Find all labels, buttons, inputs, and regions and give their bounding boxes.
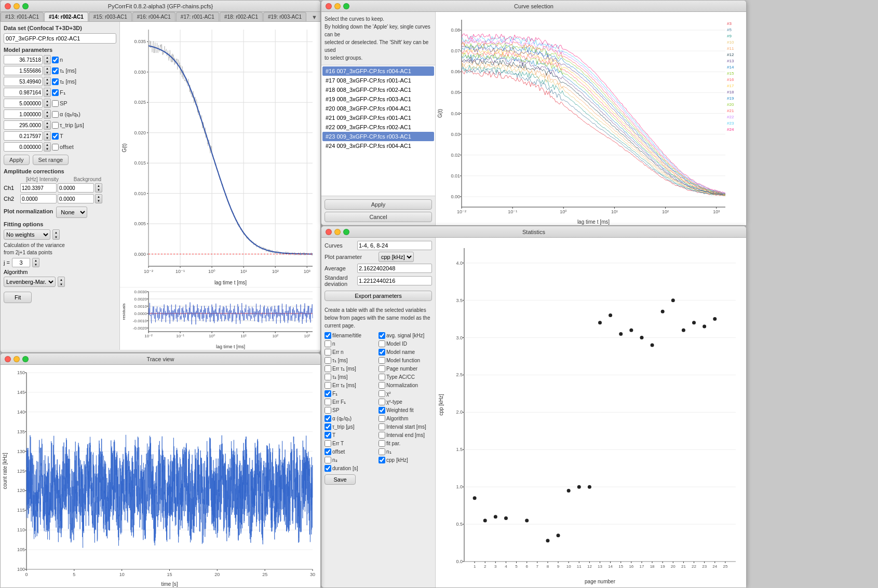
param-offset-input[interactable] — [4, 142, 43, 152]
trace-maximize-button[interactable] — [22, 356, 29, 362]
cb-chi2-check[interactable] — [379, 390, 385, 397]
j-input[interactable] — [12, 258, 30, 267]
curve-close-button[interactable] — [326, 3, 332, 9]
trace-close-button[interactable] — [5, 356, 11, 362]
param-offset-checkbox[interactable] — [52, 144, 59, 151]
minimize-button[interactable] — [13, 3, 20, 9]
cb-offset-check[interactable] — [325, 448, 331, 455]
cb-pagenum-check[interactable] — [379, 365, 385, 372]
stats-std-input[interactable] — [357, 276, 432, 285]
stats-minimize-button[interactable] — [334, 229, 341, 235]
tab-19[interactable]: #19: r003-AC1 — [263, 12, 306, 21]
param-f1-checkbox[interactable] — [52, 89, 59, 96]
tab-13[interactable]: #13: r001-AC1 — [1, 12, 44, 21]
param-tau2-spinner[interactable]: ▲ ▼ — [44, 77, 51, 86]
cb-norm-check[interactable] — [379, 382, 385, 389]
cb-sp-check[interactable] — [325, 407, 331, 414]
fit-button[interactable]: Fit — [4, 292, 32, 303]
export-button[interactable]: Export parameters — [325, 291, 432, 301]
cb-modelname-check[interactable] — [379, 349, 385, 355]
curve-item-22[interactable]: #22 009_3xGFP-CP.fcs r002-AC1 — [322, 122, 434, 132]
cb-errtau2-check[interactable] — [325, 382, 331, 389]
param-T-checkbox[interactable] — [52, 133, 59, 140]
cb-algo-check[interactable] — [379, 415, 385, 422]
param-ttrip-input[interactable] — [4, 120, 43, 130]
cb-intstart-check[interactable] — [379, 423, 385, 430]
cb-n-check[interactable] — [325, 340, 331, 347]
param-T-spinner[interactable]: ▲ ▼ — [44, 131, 51, 141]
cb-typeaccc-check[interactable] — [379, 374, 385, 380]
trace-minimize-button[interactable] — [13, 356, 20, 362]
ch2-bg-input[interactable] — [58, 194, 94, 203]
cb-errT-check[interactable] — [325, 440, 331, 447]
curve-item-16[interactable]: #16 007_3xGFP-CP.fcs r004-AC1 — [322, 66, 434, 76]
ch1-bg-input[interactable] — [58, 183, 94, 193]
curve-item-17[interactable]: #17 008_3xGFP-CP.fcs r001-AC1 — [322, 76, 434, 85]
tab-scroll-arrow[interactable]: ▼ — [308, 13, 320, 21]
param-tau1-spinner[interactable]: ▲ ▼ — [44, 66, 51, 75]
curve-item-20[interactable]: #20 008_3xGFP-CP.fcs r004-AC1 — [322, 104, 434, 113]
curve-item-18[interactable]: #18 008_3xGFP-CP.fcs r002-AC1 — [322, 85, 434, 94]
cb-fitpar-check[interactable] — [379, 440, 385, 447]
param-offset-spinner[interactable]: ▲ ▼ — [44, 142, 51, 152]
param-f1-input[interactable] — [4, 88, 43, 97]
close-button[interactable] — [5, 3, 11, 9]
algo-select[interactable]: Levenberg-Mar... — [4, 277, 56, 287]
cb-tau2-check[interactable] — [325, 374, 331, 380]
param-n-spinner[interactable]: ▲ ▼ — [44, 55, 51, 64]
param-sp-spinner[interactable]: ▲ ▼ — [44, 99, 51, 108]
maximize-button[interactable] — [22, 3, 29, 9]
curve-item-19[interactable]: #19 008_3xGFP-CP.fcs r003-AC1 — [322, 94, 434, 104]
ch2-intensity-input[interactable] — [20, 194, 57, 203]
cb-tau1-check[interactable] — [325, 357, 331, 364]
ch1-intensity-input[interactable] — [20, 183, 57, 193]
cb-avgsignal-check[interactable] — [379, 332, 385, 339]
cb-chi2type-check[interactable] — [379, 399, 385, 405]
param-tau1-input[interactable] — [4, 66, 43, 75]
curve-item-23[interactable]: #23 009_3xGFP-CP.fcs r003-AC1 — [322, 132, 434, 141]
param-n-input[interactable] — [4, 55, 43, 64]
param-alpha-checkbox[interactable] — [52, 111, 59, 118]
param-alpha-input[interactable] — [4, 110, 43, 119]
curve-cancel-button[interactable]: Cancel — [325, 212, 432, 222]
normalization-select[interactable]: None — [56, 207, 87, 218]
stats-curves-input[interactable] — [357, 241, 432, 250]
tab-14[interactable]: #14: r002-AC1 — [44, 12, 88, 21]
cb-errn-check[interactable] — [325, 349, 331, 355]
apply-button[interactable]: Apply — [4, 155, 30, 165]
param-f1-spinner[interactable]: ▲ ▼ — [44, 88, 51, 97]
param-T-input[interactable] — [4, 131, 43, 141]
weights-select[interactable]: No weights — [4, 229, 50, 240]
param-n-checkbox[interactable] — [52, 57, 59, 63]
j-spinner[interactable]: ▲ ▼ — [32, 258, 39, 267]
tab-17[interactable]: #17: r001-AC1 — [176, 12, 219, 21]
cb-alpha-check[interactable] — [325, 415, 331, 422]
save-button[interactable]: Save — [325, 474, 356, 485]
tab-15[interactable]: #15: r003-AC1 — [89, 12, 132, 21]
param-sp-checkbox[interactable] — [52, 100, 59, 107]
cb-cpp-check[interactable] — [379, 457, 385, 463]
stats-average-input[interactable] — [357, 264, 432, 273]
curve-list[interactable]: #16 007_3xGFP-CP.fcs r004-AC1 #17 008_3x… — [321, 65, 435, 196]
weights-spinner[interactable]: ▲ ▼ — [52, 229, 60, 240]
param-tau2-checkbox[interactable] — [52, 78, 59, 85]
curve-item-24[interactable]: #24 009_3xGFP-CP.fcs r004-AC1 — [322, 141, 434, 151]
stats-plot-param-select[interactable]: cpp [kHz] — [379, 252, 414, 262]
tab-16[interactable]: #16: r004-AC1 — [132, 12, 175, 21]
cb-duration-check[interactable] — [325, 465, 331, 472]
param-ttrip-checkbox[interactable] — [52, 122, 59, 129]
cb-modelfunc-check[interactable] — [379, 357, 385, 364]
cb-intend-check[interactable] — [379, 432, 385, 439]
cb-f1-check[interactable] — [325, 390, 331, 397]
tab-18[interactable]: #18: r002-AC1 — [220, 12, 263, 21]
param-sp-input[interactable] — [4, 99, 43, 108]
cb-n2-check[interactable] — [325, 457, 331, 463]
cb-filename-check[interactable] — [325, 332, 331, 339]
cb-weightedfit-check[interactable] — [379, 407, 385, 414]
set-range-button[interactable]: Set range — [33, 155, 69, 165]
cb-ttrip-check[interactable] — [325, 423, 331, 430]
curve-item-21[interactable]: #21 009_3xGFP-CP.fcs r001-AC1 — [322, 113, 434, 122]
ch2-bg-spinner[interactable]: ▲ ▼ — [95, 194, 102, 203]
param-tau1-checkbox[interactable] — [52, 67, 59, 74]
stats-close-button[interactable] — [326, 229, 332, 235]
